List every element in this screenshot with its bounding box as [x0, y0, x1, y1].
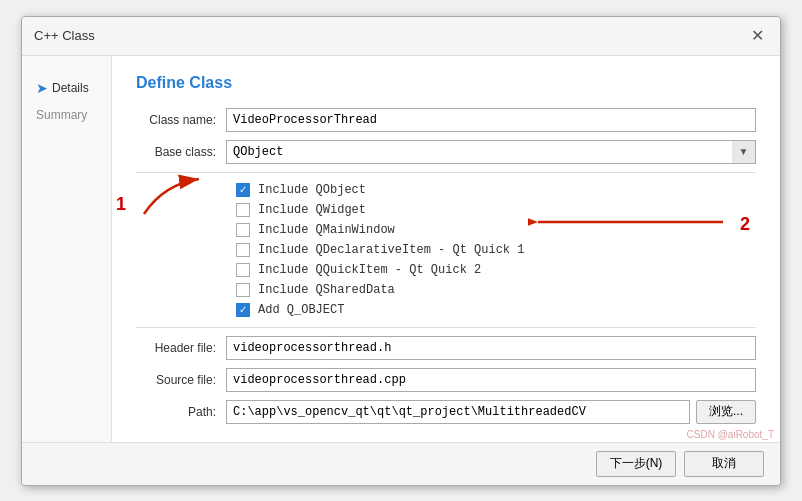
close-button[interactable]: ✕ — [746, 25, 768, 47]
header-file-row: Header file: — [136, 336, 756, 360]
annotation-label-1: 1 — [116, 194, 126, 215]
checkbox-include-qquickitem[interactable] — [236, 263, 250, 277]
sidebar-item-details[interactable]: ➤ Details — [30, 76, 103, 100]
checkboxes-area: Include QObject Include QWidget Include … — [236, 183, 756, 317]
annotation-arrow-1 — [134, 164, 214, 224]
cpp-class-dialog: C++ Class ✕ ➤ Details Summary Define Cla… — [21, 16, 781, 486]
source-file-input[interactable] — [226, 368, 756, 392]
base-class-select[interactable]: QObject QWidget QMainWindow — [226, 140, 756, 164]
next-button[interactable]: 下一步(N) — [596, 451, 676, 477]
checkbox-row-add-qobject: Add Q_OBJECT — [236, 303, 756, 317]
divider2 — [136, 327, 756, 328]
sidebar-item-summary[interactable]: Summary — [30, 104, 103, 126]
cancel-button[interactable]: 取消 — [684, 451, 764, 477]
dialog-title: C++ Class — [34, 28, 95, 43]
arrow-icon: ➤ — [36, 80, 48, 96]
checkbox-label-qobject: Include QObject — [258, 183, 366, 197]
sidebar: ➤ Details Summary — [22, 56, 112, 442]
header-file-label: Header file: — [136, 341, 226, 355]
checkbox-add-qobject[interactable] — [236, 303, 250, 317]
checkbox-row-qquickitem: Include QQuickItem - Qt Quick 2 — [236, 263, 756, 277]
checkbox-label-qwidget: Include QWidget — [258, 203, 366, 217]
path-row: Path: 浏览... — [136, 400, 756, 424]
base-class-select-container: QObject QWidget QMainWindow ▼ — [226, 140, 756, 164]
checkbox-label-qquickitem: Include QQuickItem - Qt Quick 2 — [258, 263, 481, 277]
sidebar-summary-label: Summary — [36, 108, 87, 122]
path-input[interactable] — [226, 400, 690, 424]
file-rows: Header file: Source file: Path: 浏览... — [136, 336, 756, 424]
sidebar-details-label: Details — [52, 81, 89, 95]
checkbox-row-qobject: Include QObject — [236, 183, 756, 197]
base-class-row: Base class: QObject QWidget QMainWindow … — [136, 140, 756, 164]
class-name-label: Class name: — [136, 113, 226, 127]
checkbox-label-qshareddata: Include QSharedData — [258, 283, 395, 297]
checkbox-row-qmainwindow: Include QMainWindow — [236, 223, 756, 237]
checkbox-row-qshareddata: Include QSharedData — [236, 283, 756, 297]
watermark: CSDN @aiRobot_T — [687, 429, 774, 440]
browse-button[interactable]: 浏览... — [696, 400, 756, 424]
divider — [136, 172, 756, 173]
main-content: Define Class Class name: Base class: QOb… — [112, 56, 780, 442]
checkbox-include-qmainwindow[interactable] — [236, 223, 250, 237]
checkbox-row-qdeclarativeitem: Include QDeclarativeItem - Qt Quick 1 — [236, 243, 756, 257]
checkbox-include-qshareddata[interactable] — [236, 283, 250, 297]
title-bar: C++ Class ✕ — [22, 17, 780, 56]
checkbox-include-qdeclarativeitem[interactable] — [236, 243, 250, 257]
checkbox-include-qwidget[interactable] — [236, 203, 250, 217]
path-label: Path: — [136, 405, 226, 419]
class-name-row: Class name: — [136, 108, 756, 132]
checkbox-label-qdeclarativeitem: Include QDeclarativeItem - Qt Quick 1 — [258, 243, 524, 257]
source-file-row: Source file: — [136, 368, 756, 392]
dialog-footer: 下一步(N) 取消 — [22, 442, 780, 485]
checkbox-row-qwidget: Include QWidget — [236, 203, 756, 217]
base-class-label: Base class: — [136, 145, 226, 159]
class-name-input[interactable] — [226, 108, 756, 132]
checkbox-label-add-qobject: Add Q_OBJECT — [258, 303, 344, 317]
checkbox-label-qmainwindow: Include QMainWindow — [258, 223, 395, 237]
source-file-label: Source file: — [136, 373, 226, 387]
dialog-body: ➤ Details Summary Define Class Class nam… — [22, 56, 780, 442]
checkbox-include-qobject[interactable] — [236, 183, 250, 197]
header-file-input[interactable] — [226, 336, 756, 360]
section-title: Define Class — [136, 74, 756, 92]
